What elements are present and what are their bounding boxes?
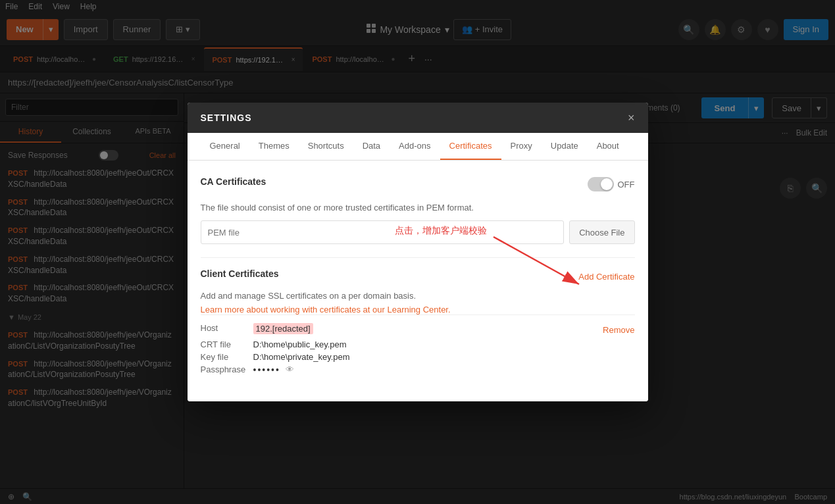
modal-tab-about[interactable]: About <box>588 133 628 160</box>
modal-tab-proxy[interactable]: Proxy <box>501 133 542 160</box>
modal-tab-data[interactable]: Data <box>353 133 390 160</box>
modal-tab-themes[interactable]: Themes <box>249 133 299 160</box>
modal-tab-update[interactable]: Update <box>542 133 588 160</box>
cert-host-row: Host 192.[redacted] Remove <box>201 323 635 337</box>
cert-key-field: Key file D:\home\private_key.pem <box>201 352 635 362</box>
remove-cert-link[interactable]: Remove <box>603 325 634 335</box>
ca-toggle-label: OFF <box>618 180 635 189</box>
modal-close-button[interactable]: × <box>628 112 635 124</box>
ca-toggle[interactable] <box>588 177 614 191</box>
ca-certificates-row: CA Certificates OFF <box>201 176 635 192</box>
section-divider <box>201 257 635 258</box>
modal-tabs: General Themes Shortcuts Data Add-ons Ce… <box>188 133 648 161</box>
ca-toggle-container: OFF <box>588 177 635 191</box>
crt-label: CRT file <box>201 340 253 349</box>
modal-tab-shortcuts[interactable]: Shortcuts <box>299 133 353 160</box>
modal-title: SETTINGS <box>201 113 252 123</box>
key-label: Key file <box>201 352 253 362</box>
ca-section-title: CA Certificates <box>201 176 266 187</box>
modal-tab-addons[interactable]: Add-ons <box>390 133 440 160</box>
passphrase-eye-icon[interactable]: 👁 <box>286 365 294 375</box>
pem-file-input[interactable] <box>201 220 565 244</box>
client-certs-header: Client Certificates Add Certificate <box>201 268 635 284</box>
client-section-title: Client Certificates <box>201 268 279 279</box>
ca-description: The file should consist of one or more t… <box>201 203 635 213</box>
host-label: Host <box>201 323 253 334</box>
settings-modal: SETTINGS × General Themes Shortcuts Data… <box>188 103 648 401</box>
crt-value: D:\home\public_key.pem <box>253 340 347 349</box>
modal-tab-certificates[interactable]: Certificates <box>440 133 501 160</box>
modal-body: CA Certificates OFF The file should cons… <box>188 161 648 401</box>
key-value: D:\home\private_key.pem <box>253 352 350 362</box>
settings-overlay: SETTINGS × General Themes Shortcuts Data… <box>0 0 835 499</box>
modal-header: SETTINGS × <box>188 103 648 133</box>
learn-more-link[interactable]: Learn more about working with certificat… <box>201 305 635 315</box>
certificate-entry: Host 192.[redacted] Remove CRT file D:\h… <box>201 315 635 386</box>
cert-crt-field: CRT file D:\home\public_key.pem <box>201 340 635 349</box>
cert-host-field: Host 192.[redacted] <box>201 323 313 334</box>
choose-file-button[interactable]: Choose File <box>569 220 634 244</box>
modal-tab-general[interactable]: General <box>201 133 249 160</box>
host-value: 192.[redacted] <box>253 323 313 334</box>
cert-passphrase-field: Passphrase •••••• 👁 <box>201 365 635 375</box>
client-cert-description: Add and manage SSL certificates on a per… <box>201 291 635 301</box>
passphrase-value: •••••• <box>253 365 280 375</box>
pem-input-row: Choose File <box>201 220 635 244</box>
add-certificate-link[interactable]: Add Certificate <box>578 272 634 282</box>
passphrase-label: Passphrase <box>201 365 253 375</box>
